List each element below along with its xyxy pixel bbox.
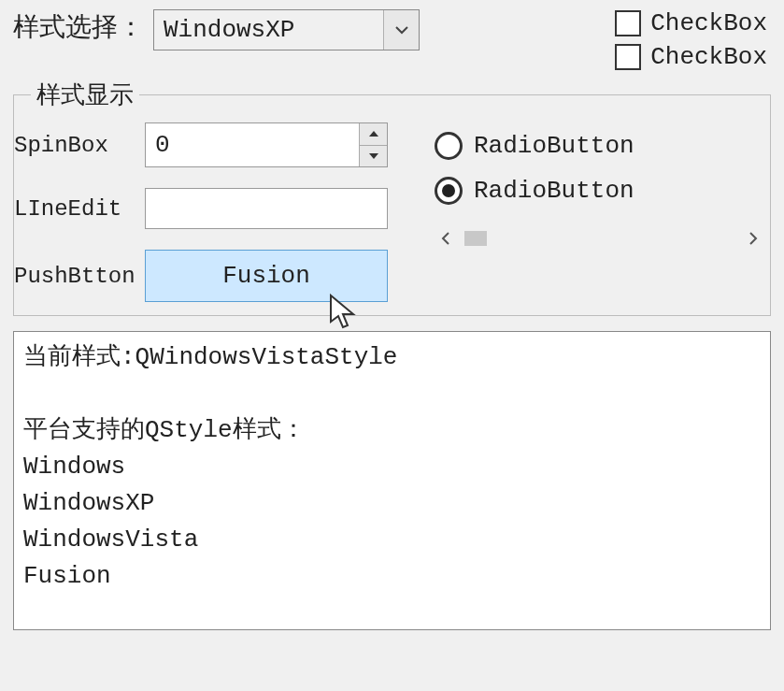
scroll-thumb[interactable] [464,231,487,246]
fusion-button[interactable]: Fusion [145,250,388,302]
svg-marker-0 [369,131,378,137]
scroll-left-icon[interactable] [435,227,457,250]
style-combobox[interactable]: WindowsXP [153,9,420,50]
output-textarea[interactable]: 当前样式:QWindowsVistaStyle 平台支持的QStyle样式： W… [13,331,771,630]
checkbox-box-icon [615,10,641,36]
spinbox-up-button[interactable] [360,123,387,146]
style-display-group: 样式显示 SpinBox 0 LIneEdit PushBtton Fusion [13,79,771,316]
checkbox-2[interactable]: CheckBox [615,43,767,71]
spinbox-down-button[interactable] [360,146,387,167]
scroll-right-icon[interactable] [742,227,764,250]
pushbutton-text: Fusion [222,262,310,290]
checkbox-box-icon [615,44,641,70]
line-edit-input[interactable] [145,188,388,229]
svg-marker-1 [369,153,378,159]
radio-1-label: RadioButton [474,132,634,160]
spinbox-label: SpinBox [14,133,145,158]
scroll-track[interactable] [464,229,734,248]
checkbox-1[interactable]: CheckBox [615,9,767,37]
radio-circle-checked-icon [435,177,463,205]
radio-1[interactable]: RadioButton [435,132,764,160]
spinbox-value: 0 [146,123,359,166]
horizontal-scrollbar[interactable] [435,227,764,250]
group-title: 样式显示 [31,79,139,111]
spinbox[interactable]: 0 [145,122,388,167]
pushbutton-label: PushBtton [14,264,145,289]
style-combobox-value: WindowsXP [154,16,383,44]
dropdown-arrow-icon[interactable] [383,10,419,50]
radio-2-label: RadioButton [474,177,634,205]
radio-circle-icon [435,132,463,160]
radio-2[interactable]: RadioButton [435,177,764,205]
style-select-label: 样式选择： [13,9,144,45]
lineedit-label: LIneEdit [14,196,145,222]
checkbox-1-label: CheckBox [650,9,767,37]
checkbox-2-label: CheckBox [650,43,767,71]
